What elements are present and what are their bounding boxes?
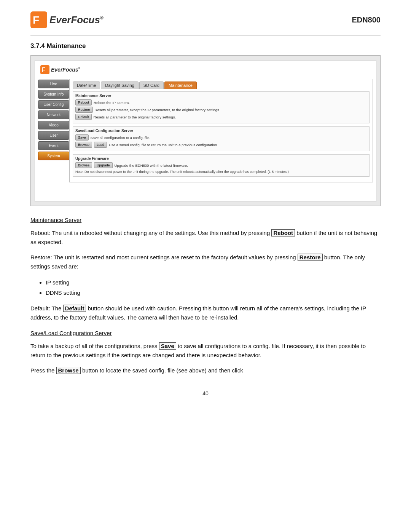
ui-load-text: Use a saved config. file to return the u… xyxy=(109,143,218,147)
header-divider xyxy=(30,35,381,35)
ui-inner-panel: F EverFocus® Live System Info User Confi… xyxy=(35,60,376,202)
page-number: 40 xyxy=(30,390,381,396)
ui-maintenance-server-title: Maintenance Server xyxy=(75,94,367,98)
save-para-text: To take a backup of all of the configura… xyxy=(30,343,159,349)
sidebar-btn-live[interactable]: Live xyxy=(38,80,69,88)
sidebar-btn-user[interactable]: User xyxy=(38,131,69,140)
reboot-paragraph: Reboot: The unit is rebooted without cha… xyxy=(30,228,381,247)
ui-reboot-button[interactable]: Reboot xyxy=(75,99,92,105)
ui-reboot-text: Reboot the IP camera. xyxy=(94,101,130,105)
ui-restore-text: Resets all parameter, except the IP para… xyxy=(95,108,220,112)
restore-paragraph: Restore: The unit is restarted and most … xyxy=(30,253,381,271)
ui-logo-text: EverFocus® xyxy=(51,67,80,73)
save-inline-btn: Save xyxy=(159,342,176,350)
ui-maintenance-server-box: Maintenance Server Reboot Reboot the IP … xyxy=(73,91,370,123)
model-number: EDN800 xyxy=(352,16,381,24)
ui-saveload-box: Save/Load Configuration Server Save Save… xyxy=(73,126,370,151)
ui-load-button[interactable]: Load xyxy=(94,142,107,148)
doc-saveload-section: Save/Load Configuration Server To take a… xyxy=(30,330,381,375)
save-paragraph: To take a backup of all of the configura… xyxy=(30,342,381,360)
ui-upgrade-box: Upgrade Firmware Browse Upgrade Upgrade … xyxy=(73,154,370,177)
svg-text:F: F xyxy=(33,14,39,26)
sidebar-btn-user-config[interactable]: User Config xyxy=(38,100,69,109)
ui-content-panel: Date/Time Daylight Saving SD Card Mainte… xyxy=(69,79,373,182)
tab-sdcard[interactable]: SD Card xyxy=(139,81,164,89)
bullet-ip-setting: IP setting xyxy=(46,277,381,288)
logo-reg: ® xyxy=(100,15,104,21)
browse-inline-btn: Browse xyxy=(56,367,81,374)
tab-daylight[interactable]: Daylight Saving xyxy=(101,81,138,89)
sidebar-btn-system-info[interactable]: System Info xyxy=(38,90,69,99)
reboot-inline-btn: Reboot xyxy=(271,229,295,236)
ui-save-row: Save Save all configuration to a config.… xyxy=(75,134,367,141)
page-header: F EverFocus® EDN800 xyxy=(30,11,381,28)
default-paragraph: Default: The Default button should be us… xyxy=(30,304,381,322)
sidebar-btn-event[interactable]: Event xyxy=(38,141,69,150)
logo-text: EverFocus® xyxy=(49,14,104,26)
svg-text:F: F xyxy=(41,67,45,73)
ui-save-button[interactable]: Save xyxy=(75,134,89,141)
ui-logo-icon: F xyxy=(40,65,49,74)
ui-logo-reg: ® xyxy=(78,67,80,70)
doc-maintenance-server-section: Maintenance Server Reboot: The unit is r… xyxy=(30,217,381,322)
ui-upgrade-row: Browse Upgrade Upgrade the EDN800 with t… xyxy=(75,162,367,168)
ui-browse-button[interactable]: Browse xyxy=(75,142,92,148)
ui-tabs-row: Date/Time Daylight Saving SD Card Mainte… xyxy=(73,81,370,89)
ui-logo-bar: F EverFocus® xyxy=(38,64,373,76)
reboot-para-text: Reboot: The unit is rebooted without cha… xyxy=(30,230,271,236)
restore-inline-btn: Restore xyxy=(298,254,323,261)
restore-bullet-list: IP setting DDNS setting xyxy=(46,277,381,298)
ui-restore-button[interactable]: Restore xyxy=(75,107,93,113)
default-inline-btn: Default xyxy=(63,305,86,312)
ui-main-layout: Live System Info User Config Network Vid… xyxy=(38,79,373,182)
restore-para-text: Restore: The unit is restarted and most … xyxy=(30,254,298,260)
bullet-ddns-setting: DDNS setting xyxy=(46,288,381,298)
browse-paragraph: Press the Browse button to locate the sa… xyxy=(30,366,381,375)
ui-upgrade-title: Upgrade Firmware xyxy=(75,157,367,161)
section-title: 3.7.4 Maintenance xyxy=(30,42,381,50)
browse-para-text2: button to locate the saved config. file … xyxy=(81,367,243,374)
tab-datetime[interactable]: Date/Time xyxy=(73,81,100,89)
sidebar-btn-network[interactable]: Network xyxy=(38,110,69,119)
browse-para-text: Press the xyxy=(30,367,56,374)
ui-restore-row: Restore Resets all parameter, except the… xyxy=(75,107,367,113)
ui-browse-load-row: Browse Load Use a saved config. file to … xyxy=(75,142,367,148)
everfocus-logo-icon: F xyxy=(30,11,47,28)
ui-upgrade-text: Upgrade the EDN800 with the latest firmw… xyxy=(115,163,188,168)
logo: F EverFocus® xyxy=(30,11,104,28)
ui-default-button[interactable]: Default xyxy=(75,114,92,120)
ui-screenshot-box: F EverFocus® Live System Info User Confi… xyxy=(30,55,381,206)
sidebar-btn-system[interactable]: System xyxy=(38,152,69,160)
ui-upgrade-note: Note: Do not disconnect power to the uni… xyxy=(75,170,367,174)
ui-sidebar: Live System Info User Config Network Vid… xyxy=(38,79,69,182)
ui-save-text: Save all configuration to a config. file… xyxy=(91,136,150,140)
ui-upgrade-button[interactable]: Upgrade xyxy=(94,162,113,168)
ui-upgrade-browse-button[interactable]: Browse xyxy=(75,162,92,168)
default-para-text: Default: The xyxy=(30,305,63,312)
saveload-subtitle: Save/Load Configuration Server xyxy=(30,330,381,336)
maintenance-server-subtitle: Maintenance Server xyxy=(30,217,381,223)
ui-default-row: Default Resets all parameter to the orig… xyxy=(75,114,367,120)
ui-reboot-row: Reboot Reboot the IP camera. xyxy=(75,99,367,105)
sidebar-btn-video[interactable]: Video xyxy=(38,121,69,129)
ui-default-text: Resets all parameter to the original fac… xyxy=(94,115,176,119)
tab-maintenance[interactable]: Maintenance xyxy=(164,81,197,89)
ui-saveload-title: Save/Load Configuration Server xyxy=(75,129,367,133)
